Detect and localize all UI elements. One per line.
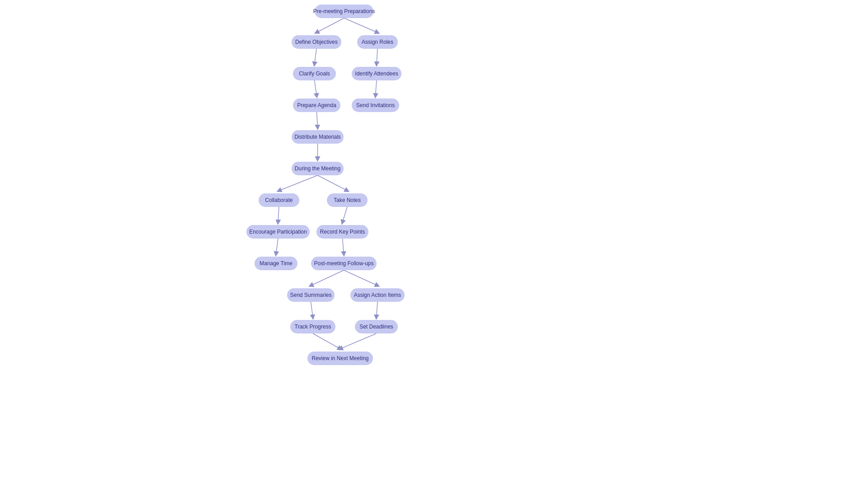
node-manage-time: Manage Time — [255, 257, 297, 270]
svg-text:Prepare Agenda: Prepare Agenda — [297, 102, 336, 108]
node-record-key-points: Record Key Points — [316, 225, 368, 239]
svg-line-11 — [343, 207, 348, 222]
svg-text:Define Objectives: Define Objectives — [295, 39, 338, 45]
svg-line-5 — [376, 80, 377, 96]
node-assign-roles: Assign Roles — [357, 35, 398, 49]
node-post-meeting: Post-meeting Follow-ups — [311, 257, 377, 270]
node-prepare-agenda: Prepare Agenda — [293, 99, 340, 112]
svg-text:Clarify Goals: Clarify Goals — [299, 70, 330, 77]
node-set-deadlines: Set Deadlines — [355, 320, 398, 333]
node-collaborate: Collaborate — [259, 193, 299, 207]
svg-line-1 — [344, 18, 377, 33]
svg-text:Take Notes: Take Notes — [334, 197, 361, 203]
diagram-svg: Pre-meeting PreparationsDefine Objective… — [0, 0, 868, 488]
svg-text:Send Invitations: Send Invitations — [356, 102, 395, 108]
node-clarify-goals: Clarify Goals — [293, 67, 336, 80]
svg-text:Distribute Materials: Distribute Materials — [294, 134, 341, 140]
svg-text:Track Progress: Track Progress — [295, 324, 331, 330]
svg-text:Identify Attendees: Identify Attendees — [355, 70, 398, 77]
svg-line-17 — [377, 302, 378, 317]
node-distribute-materials: Distribute Materials — [292, 130, 344, 144]
svg-line-3 — [377, 49, 377, 64]
svg-line-4 — [315, 80, 317, 96]
svg-line-9 — [318, 175, 348, 191]
node-send-summaries: Send Summaries — [287, 288, 335, 302]
node-during-meeting: During the Meeting — [292, 162, 344, 175]
svg-line-14 — [311, 270, 344, 286]
svg-line-13 — [343, 239, 344, 254]
node-pre-meeting: Pre-meeting Preparations — [313, 5, 375, 18]
svg-line-10 — [278, 207, 279, 222]
svg-text:Assign Action Items: Assign Action Items — [354, 292, 401, 298]
node-send-invitations: Send Invitations — [352, 99, 399, 112]
node-encourage-participation: Encourage Participation — [246, 225, 310, 239]
node-review-next-meeting: Review in Next Meeting — [307, 352, 373, 365]
diagram-container: Pre-meeting PreparationsDefine Objective… — [0, 0, 868, 488]
svg-text:Collaborate: Collaborate — [265, 197, 293, 203]
svg-text:Review in Next Meeting: Review in Next Meeting — [311, 355, 368, 361]
svg-line-18 — [313, 333, 340, 349]
node-track-progress: Track Progress — [290, 320, 335, 333]
svg-text:Pre-meeting Preparations: Pre-meeting Preparations — [313, 8, 375, 14]
svg-text:During the Meeting: During the Meeting — [295, 165, 340, 172]
svg-text:Manage Time: Manage Time — [259, 260, 292, 267]
svg-line-19 — [340, 333, 377, 349]
svg-line-12 — [276, 239, 278, 254]
svg-text:Send Summaries: Send Summaries — [290, 292, 331, 298]
svg-text:Post-meeting Follow-ups: Post-meeting Follow-ups — [314, 260, 373, 267]
svg-text:Set Deadlines: Set Deadlines — [359, 324, 393, 330]
node-identify-attendees: Identify Attendees — [352, 67, 401, 80]
svg-text:Encourage Participation: Encourage Participation — [249, 229, 307, 235]
svg-line-6 — [317, 112, 318, 127]
svg-text:Assign Roles: Assign Roles — [362, 39, 393, 45]
svg-line-2 — [315, 49, 317, 64]
svg-line-8 — [279, 175, 318, 191]
svg-line-15 — [344, 270, 378, 286]
node-assign-action-items: Assign Action Items — [350, 288, 405, 302]
svg-line-16 — [311, 302, 313, 317]
node-define-objectives: Define Objectives — [292, 35, 341, 49]
node-take-notes: Take Notes — [327, 193, 368, 207]
svg-line-0 — [316, 18, 344, 33]
svg-text:Record Key Points: Record Key Points — [320, 229, 365, 235]
